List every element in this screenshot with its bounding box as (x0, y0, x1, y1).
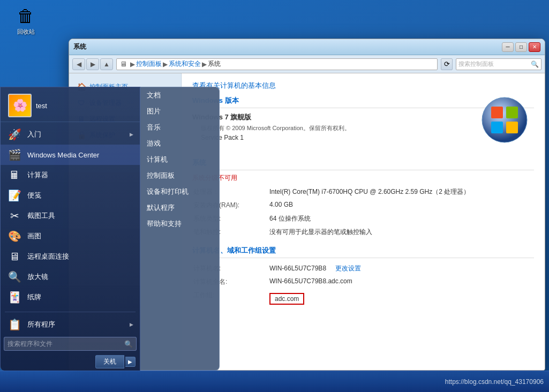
media-center-icon: 🎬 (7, 147, 22, 162)
music-label: 音乐 (147, 123, 161, 132)
menu-item-snip[interactable]: ✂ 截图工具 (1, 206, 140, 226)
back-button[interactable]: ◀ (72, 58, 85, 70)
right-menu-default-programs[interactable]: 默认程序 (140, 200, 219, 216)
menu-item-notepad[interactable]: 📝 便笺 (1, 185, 140, 206)
right-menu-games[interactable]: 游戏 (140, 135, 219, 152)
svg-point-0 (482, 97, 527, 142)
section3-header: 计算机名、域和工作组设置 (192, 246, 534, 258)
taskbar-url: https://blog.csdn.net/qq_43170906 (445, 378, 544, 386)
main-content: 查看有关计算机的基本信息 (182, 73, 545, 370)
os-type-value: 64 位操作系统 (269, 213, 533, 225)
forward-button[interactable]: ▶ (86, 58, 99, 70)
window-title: 系统 (73, 42, 86, 51)
pictures-label: 图片 (147, 107, 161, 116)
menu-item-paint[interactable]: 🎨 画图 (1, 226, 140, 246)
start-menu-left-panel: 🌸 test 🚀 入门 🎬 Windows Media Center 🖩 计算器 (0, 87, 140, 371)
menu-divider (5, 312, 136, 312)
table-row: 计算机名: WIN-66L5U7C79B8 更改设置 (193, 262, 533, 275)
right-menu-music[interactable]: 音乐 (140, 119, 219, 135)
section2-header: 系统 (192, 158, 534, 170)
menu-item-getting-started[interactable]: 🚀 入门 (1, 124, 140, 145)
pen-value: 没有可用于此显示器的笔或触控输入 (269, 226, 533, 238)
menu-item-media-center[interactable]: 🎬 Windows Media Center (1, 145, 140, 165)
remote-desktop-label: 远程桌面连接 (27, 252, 69, 261)
magnifier-icon: 🔍 (7, 269, 22, 284)
calculator-label: 计算器 (27, 170, 48, 180)
search-box[interactable]: 搜索控制面板 🔍 (456, 58, 542, 70)
menu-item-calculator[interactable]: 🖩 计算器 (1, 165, 140, 185)
close-button[interactable]: ✕ (529, 42, 540, 52)
top-note: 查看有关计算机的基本信息 (192, 81, 534, 91)
change-settings-link[interactable]: 更改设置 (335, 265, 361, 272)
up-button[interactable]: ▲ (100, 58, 113, 70)
shutdown-bar: 关机 ▶ (1, 353, 140, 371)
snip-icon: ✂ (7, 208, 22, 223)
window-titlebar: 系统 ─ □ ✕ (69, 39, 545, 55)
notepad-icon: 📝 (7, 188, 22, 203)
right-menu-pictures[interactable]: 图片 (140, 103, 219, 119)
address-path[interactable]: 🖥 ▶ 控制面板 ▶ 系统和安全 ▶ 系统 (116, 58, 438, 70)
svg-rect-3 (491, 122, 503, 133)
shutdown-arrow-button[interactable]: ▶ (125, 357, 136, 367)
address-bar: ◀ ▶ ▲ 🖥 ▶ 控制面板 ▶ 系统和安全 ▶ 系统 ⟳ 搜索控制面板 🔍 (69, 55, 545, 73)
remote-desktop-icon: 🖥 (7, 249, 22, 264)
devices-label: 设备和打印机 (147, 187, 189, 197)
all-programs-icon: 📋 (7, 317, 22, 332)
table-row: 计算机全名: WIN-66L5U7C79B8.adc.com (193, 276, 533, 288)
full-name-value: WIN-66L5U7C79B8.adc.com (269, 276, 533, 288)
default-programs-label: 默认程序 (147, 203, 175, 213)
getting-started-icon: 🚀 (7, 127, 22, 142)
start-menu-top: 🌸 test (1, 87, 140, 122)
search-placeholder-text: 搜索控制面板 (458, 60, 494, 68)
solitaire-icon: 🃏 (7, 290, 22, 305)
snip-label: 截图工具 (27, 211, 55, 221)
notepad-label: 便笺 (27, 191, 41, 200)
getting-started-label: 入门 (27, 130, 41, 139)
magnifier-label: 放大镜 (27, 272, 48, 282)
path-control-panel[interactable]: 控制面板 (136, 59, 162, 69)
table-row: 系统类型: 64 位操作系统 (193, 213, 533, 225)
shutdown-button[interactable]: 关机 (95, 355, 124, 368)
control-panel-label: 控制面板 (147, 171, 175, 180)
menu-item-magnifier[interactable]: 🔍 放大镜 (1, 267, 140, 287)
windows-logo (480, 96, 529, 144)
right-menu-devices[interactable]: 设备和打印机 (140, 184, 219, 200)
username: test (36, 102, 47, 110)
all-programs-label: 所有程序 (27, 320, 55, 329)
recycle-bin-icon[interactable]: 🗑 回收站 (10, 5, 42, 36)
start-menu: 🌸 test 🚀 入门 🎬 Windows Media Center 🖩 计算器 (0, 87, 220, 371)
help-label: 帮助和支持 (147, 219, 182, 229)
menu-items-list: 🚀 入门 🎬 Windows Media Center 🖩 计算器 📝 便笺 ✂ (1, 122, 140, 310)
search-icon[interactable]: 🔍 (531, 61, 539, 68)
cpu-value: Intel(R) Core(TM) i7-6700HQ CPU @ 2.60GH… (269, 186, 533, 198)
menu-item-remote-desktop[interactable]: 🖥 远程桌面连接 (1, 246, 140, 267)
media-center-label: Windows Media Center (27, 151, 99, 159)
table-row: 处理器： Intel(R) Core(TM) i7-6700HQ CPU @ 2… (193, 186, 533, 198)
games-label: 游戏 (147, 139, 161, 148)
right-menu-control-panel[interactable]: 控制面板 (140, 168, 219, 184)
system-info-table: 处理器： Intel(R) Core(TM) i7-6700HQ CPU @ 2… (192, 185, 534, 239)
recycle-bin-label: 回收站 (17, 28, 35, 36)
computer-name-table: 计算机名: WIN-66L5U7C79B8 更改设置 计算机全名: WIN-66… (192, 261, 534, 307)
right-menu-help[interactable]: 帮助和支持 (140, 216, 219, 232)
menu-item-solitaire[interactable]: 🃏 纸牌 (1, 287, 140, 307)
start-search-icon[interactable]: 🔍 (124, 340, 133, 348)
start-search-input[interactable] (7, 340, 124, 348)
right-menu-documents[interactable]: 文档 (140, 87, 219, 103)
maximize-button[interactable]: □ (515, 42, 527, 52)
refresh-button[interactable]: ⟳ (441, 58, 453, 70)
svg-rect-4 (506, 122, 518, 133)
computer-name-value: WIN-66L5U7C79B8 (269, 265, 326, 272)
all-programs-item[interactable]: 📋 所有程序 (1, 314, 140, 335)
user-avatar: 🌸 (8, 94, 32, 117)
minimize-button[interactable]: ─ (502, 42, 514, 52)
ram-value: 4.00 GB (269, 199, 533, 212)
paint-icon: 🎨 (7, 229, 22, 244)
right-menu-computer[interactable]: 计算机 (140, 152, 219, 168)
window-controls: ─ □ ✕ (502, 42, 540, 52)
start-search-bar[interactable]: 🔍 (4, 337, 137, 351)
paint-label: 画图 (27, 231, 41, 241)
start-menu-right-panel: 文档 图片 音乐 游戏 计算机 控制面板 设备和打印机 默认程序 (140, 87, 220, 371)
path-system-security[interactable]: 系统和安全 (169, 59, 201, 69)
svg-rect-1 (491, 107, 503, 118)
